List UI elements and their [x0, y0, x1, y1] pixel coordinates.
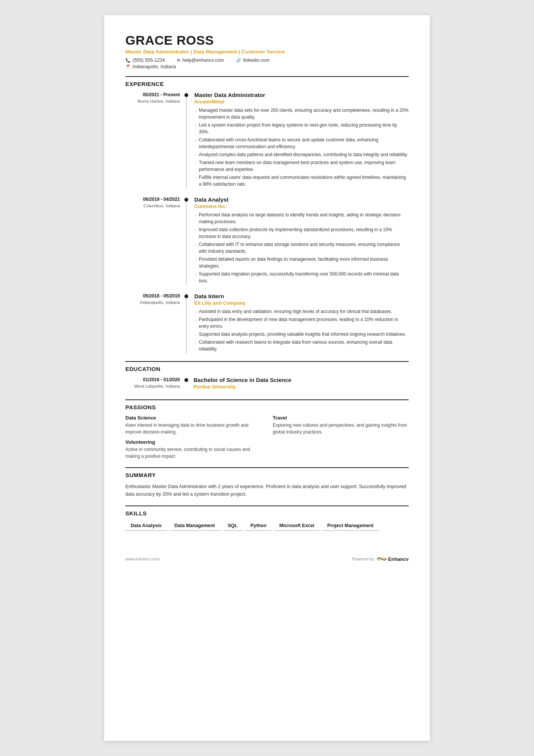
institution-name: Purdue University — [194, 384, 409, 390]
passion-desc-0: Keen interest in leveraging data to driv… — [125, 422, 261, 435]
entry-location-1: Burns Harbor, Indiana — [125, 99, 180, 103]
powered-by-text: Powered by — [352, 557, 374, 561]
header-section: GRACE ROSS Master Data Administrator | D… — [125, 33, 409, 69]
summary-text: Enthusiastic Master Data Administrator w… — [125, 483, 409, 498]
email-address: help@enhancv.com — [182, 58, 224, 63]
linkedin-url: linkedin.com — [243, 58, 269, 63]
passions-title: PASSIONS — [125, 404, 409, 410]
job-title-1: Master Data Administrator — [194, 92, 409, 98]
entry-left-3: 05/2018 - 05/2019 Indianapolis, Indiana — [125, 293, 186, 354]
experience-entry-1: 05/2021 - Present Burns Harbor, Indiana … — [125, 92, 409, 189]
job-title-3: Data Intern — [194, 293, 409, 299]
experience-divider — [125, 76, 409, 77]
entry-date-2: 06/2019 - 04/2021 — [125, 196, 180, 203]
bullet-1-6: Fulfills internal users' data requests a… — [194, 174, 409, 188]
entry-left-2: 06/2019 - 04/2021 Columbus, Indiana — [125, 196, 186, 285]
candidate-name: GRACE ROSS — [125, 33, 409, 47]
education-entry-1: 01/2016 - 01/2020 West Lafayette, Indian… — [125, 377, 409, 392]
footer-url: www.enhancv.com — [125, 557, 160, 561]
enhancv-logo-icon — [376, 556, 387, 562]
bullet-1-1: Managed master data sets for over 200 cl… — [194, 107, 409, 121]
summary-divider — [125, 467, 409, 468]
edu-location-1: West Lafayette, Indiana — [125, 384, 180, 388]
summary-title: SUMMARY — [125, 472, 409, 478]
experience-entry-3: 05/2018 - 05/2019 Indianapolis, Indiana … — [125, 293, 409, 354]
passions-grid: Data Science Keen interest in leveraging… — [125, 415, 409, 460]
phone-number: (555) 555-1234 — [133, 58, 165, 63]
company-1: ArcelorMittal — [194, 99, 409, 105]
edu-right-1: Bachelor of Science in Data Science Purd… — [186, 377, 409, 392]
skill-2: SQL — [223, 521, 243, 531]
bullet-1-5: Trained new team members on data managem… — [194, 159, 409, 173]
passion-item-0: Data Science Keen interest in leveraging… — [125, 415, 261, 435]
experience-title: EXPERIENCE — [125, 81, 409, 87]
skill-4: Microsoft Excel — [274, 521, 320, 531]
skill-1: Data Management — [169, 521, 220, 531]
bullet-3-4: Collaborated with research teams to inte… — [194, 339, 409, 352]
email-icon: ✉ — [177, 58, 180, 63]
skills-section: SKILLS Data Analysis Data Management SQL… — [125, 506, 409, 533]
phone-contact: 📞 (555) 555-1234 — [125, 58, 165, 63]
bullet-3-3: Supported data analysis projects, provid… — [194, 331, 409, 338]
email-contact: ✉ help@enhancv.com — [177, 58, 224, 63]
skills-list: Data Analysis Data Management SQL Python… — [125, 521, 409, 533]
bullet-1-2: Led a system transition project from leg… — [194, 122, 409, 135]
resume-document: GRACE ROSS Master Data Administrator | D… — [104, 15, 430, 741]
job-title-2: Data Analyst — [194, 196, 409, 203]
passion-desc-1: Exploring new cultures and perspectives,… — [273, 422, 409, 435]
bullet-2-2: Improved data collection protocols by im… — [194, 226, 409, 240]
contact-row: 📞 (555) 555-1234 ✉ help@enhancv.com 🔗 li… — [125, 58, 409, 63]
entry-left-1: 05/2021 - Present Burns Harbor, Indiana — [125, 92, 186, 189]
bullet-1-3: Collaborated with cross-functional teams… — [194, 136, 409, 150]
linkedin-contact: 🔗 linkedin.com — [236, 58, 269, 63]
passion-title-1: Travel — [273, 415, 409, 421]
location-icon: 📍 — [125, 64, 131, 69]
company-2: Cummins Inc. — [194, 203, 409, 209]
education-title: EDUCATION — [125, 366, 409, 372]
bullet-2-1: Performed data analysis on large dataset… — [194, 211, 409, 225]
entry-date-1: 05/2021 - Present — [125, 92, 180, 98]
bullet-2-4: Provided detailed reports on data findin… — [194, 256, 409, 269]
passions-divider — [125, 399, 409, 400]
entry-right-3: Data Intern Eli Lilly and Company Assist… — [186, 293, 409, 354]
phone-icon: 📞 — [125, 58, 131, 63]
entry-right-2: Data Analyst Cummins Inc. Performed data… — [186, 196, 409, 285]
entry-right-1: Master Data Administrator ArcelorMittal … — [186, 92, 409, 189]
entry-location-2: Columbus, Indiana — [125, 203, 180, 208]
location-row: 📍 Indianapolis, Indiana — [125, 64, 409, 69]
skills-divider — [125, 506, 409, 506]
skill-3: Python — [245, 521, 272, 531]
bullet-2-5: Supported data migration projects, succe… — [194, 271, 409, 284]
passion-title-2: Volunteering — [125, 439, 261, 445]
skills-title: SKILLS — [125, 510, 409, 517]
passion-item-2: Volunteering Active in community service… — [125, 439, 261, 460]
link-icon: 🔗 — [236, 58, 241, 63]
degree-title: Bachelor of Science in Data Science — [194, 377, 409, 383]
company-3: Eli Lilly and Company — [194, 300, 409, 306]
entry-date-3: 05/2018 - 05/2019 — [125, 293, 180, 299]
bullets-2: Performed data analysis on large dataset… — [194, 211, 409, 284]
experience-entry-2: 06/2019 - 04/2021 Columbus, Indiana Data… — [125, 196, 409, 285]
candidate-title: Master Data Administrator | Data Managem… — [125, 49, 409, 55]
education-divider — [125, 361, 409, 362]
passion-title-0: Data Science — [125, 415, 261, 421]
passion-item-1: Travel Exploring new cultures and perspe… — [273, 415, 409, 435]
skill-0: Data Analysis — [125, 521, 167, 531]
footer-powered: Powered by Enhancv — [352, 556, 409, 562]
education-section: EDUCATION 01/2016 - 01/2020 West Lafayet… — [125, 361, 409, 392]
passion-desc-2: Active in community service, contributin… — [125, 446, 261, 460]
experience-section: EXPERIENCE 05/2021 - Present Burns Harbo… — [125, 76, 409, 354]
summary-section: SUMMARY Enthusiastic Master Data Adminis… — [125, 467, 409, 498]
edu-date-1: 01/2016 - 01/2020 — [125, 377, 180, 383]
enhancv-brand-name: Enhancv — [388, 556, 409, 562]
entry-location-3: Indianapolis, Indiana — [125, 300, 180, 305]
bullet-3-2: Participated in the development of new d… — [194, 316, 409, 330]
enhancv-logo: Enhancv — [376, 556, 409, 562]
skill-5: Project Management — [322, 521, 379, 531]
resume-footer: www.enhancv.com Powered by Enhancv — [125, 552, 409, 562]
bullets-3: Assisted in data entry and validation, e… — [194, 308, 409, 352]
bullet-3-1: Assisted in data entry and validation, e… — [194, 308, 409, 315]
bullet-2-3: Collaborated with IT to enhance data sto… — [194, 241, 409, 255]
passions-section: PASSIONS Data Science Keen interest in l… — [125, 399, 409, 460]
bullets-1: Managed master data sets for over 200 cl… — [194, 107, 409, 188]
